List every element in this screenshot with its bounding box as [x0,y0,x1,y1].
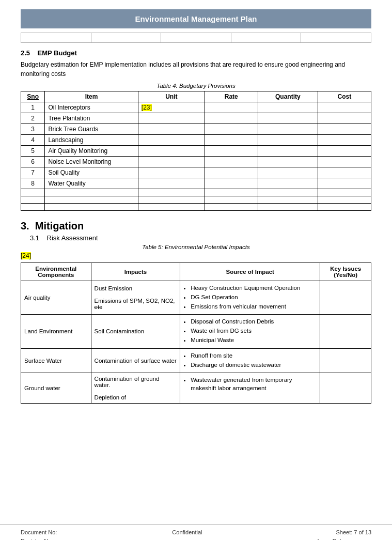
doc-no: Document No: [21,528,57,537]
budget-unit [138,146,205,157]
budget-row [21,196,371,204]
budget-row [21,189,371,196]
budget-table: Sno Item Unit Rate Quantity Cost 1Oil In… [21,91,371,211]
table5-caption-wrapper: Table 5: Environmental Potential Impacts [21,244,371,250]
budget-cost [318,204,371,211]
budget-sno: 3 [21,124,45,135]
budget-quantity [258,124,318,135]
budget-unit [138,189,205,196]
budget-rate [205,124,258,135]
budget-cost [318,113,371,124]
table5-caption: Table 5: Environmental Potential Impacts [21,244,371,250]
section-25: 2.5 EMP Budget Budgetary estimation for … [21,49,371,211]
env-comp-air: Air quality [21,281,91,315]
impacts-ground: Contamination of ground water. Depletion… [91,373,180,403]
budget-rate [205,146,258,157]
budget-quantity [258,146,318,157]
budget-row: 8Water Quality [21,178,371,189]
budget-row: 5Air Quality Monitoring [21,146,371,157]
impact-table: Environmental Components Impacts Source … [21,263,371,404]
budget-rate [205,135,258,146]
meta-cell-5 [301,33,371,42]
budget-cost [318,102,371,113]
impact-row-land: Land Environment Soil Contamination Disp… [21,315,371,348]
budget-unit [138,113,205,124]
impact-row-air: Air quality Dust Emission Emissions of S… [21,281,371,315]
budget-unit: [23] [138,102,205,113]
budget-item: Noise Level Monitoring [45,157,138,167]
budget-sno [21,196,45,204]
rev-no: Revision No: [21,537,57,540]
budget-cost [318,146,371,157]
budget-cost [318,124,371,135]
budget-sno: 7 [21,167,45,178]
budget-row: 4Landscaping [21,135,371,146]
budget-item: Air Quality Monitoring [45,146,138,157]
ref-tag-wrapper: [24] [21,252,371,259]
budget-cost [318,189,371,196]
col-unit: Unit [138,91,205,102]
budget-quantity [258,113,318,124]
header-title: Environmental Management Plan [21,9,371,28]
footer-center: Confidential [172,528,202,540]
budget-row: 6Noise Level Monitoring [21,157,371,167]
impacts-land: Soil Contamination [91,315,180,348]
col-key-issues: Key Issues (Yes/No) [320,263,371,281]
meta-cell-1 [21,33,91,42]
budget-row [21,204,371,211]
budget-item: Water Quality [45,178,138,189]
section3-heading: 3. Mitigation [21,220,371,232]
budget-sno: 5 [21,146,45,157]
budget-quantity [258,135,318,146]
impact-row-surface: Surface Water Contamination of surface w… [21,348,371,373]
budget-quantity [258,189,318,196]
impact-row-ground: Ground water Contamination of ground wat… [21,373,371,403]
budget-item [45,204,138,211]
env-comp-ground: Ground water [21,373,91,403]
budget-quantity [258,178,318,189]
budget-sno: 6 [21,157,45,167]
meta-cell-3 [161,33,231,42]
budget-unit [138,167,205,178]
budget-item [45,189,138,196]
budget-row: 1Oil Interceptors[23] [21,102,371,113]
budget-sno: 8 [21,178,45,189]
key-issues-land [320,315,371,348]
col-source: Source of Impact [180,263,320,281]
col-quantity: Quantity [258,91,318,102]
budget-rate [205,113,258,124]
footer-right: Sheet: 7 of 13 Issue Date: xx-xxx-xx [317,528,371,540]
ref-tag-24: [24] [21,252,31,259]
impacts-air: Dust Emission Emissions of SPM, SO2, NO2… [91,281,180,315]
budget-cost [318,135,371,146]
budget-sno [21,189,45,196]
key-issues-air [320,281,371,315]
col-impacts: Impacts [91,263,180,281]
budget-rate [205,196,258,204]
footer-left: Document No: Revision No: [21,528,57,540]
budget-rate [205,167,258,178]
budget-row: 2Tree Plantation [21,113,371,124]
budget-unit [138,178,205,189]
impacts-surface: Contamination of surface water [91,348,180,373]
confidential-label: Confidential [172,528,202,537]
budget-rate [205,189,258,196]
col-sno: Sno [21,91,45,102]
meta-cell-2 [91,33,162,42]
budget-item [45,196,138,204]
issue-date: Issue Date: xx-xxx-xx [317,537,371,540]
col-rate: Rate [205,91,258,102]
budget-quantity [258,157,318,167]
footer: Document No: Revision No: Confidential S… [0,524,392,540]
env-comp-surface: Surface Water [21,348,91,373]
budget-quantity [258,196,318,204]
key-issues-surface [320,348,371,373]
budget-unit [138,124,205,135]
table4-caption: Table 4: Budgetary Provisions [21,83,371,89]
budget-unit [138,196,205,204]
budget-cost [318,196,371,204]
budget-cost [318,178,371,189]
budget-item: Tree Plantation [45,113,138,124]
page: Environmental Management Plan 2.5 EMP Bu… [0,9,392,540]
budget-unit [138,135,205,146]
